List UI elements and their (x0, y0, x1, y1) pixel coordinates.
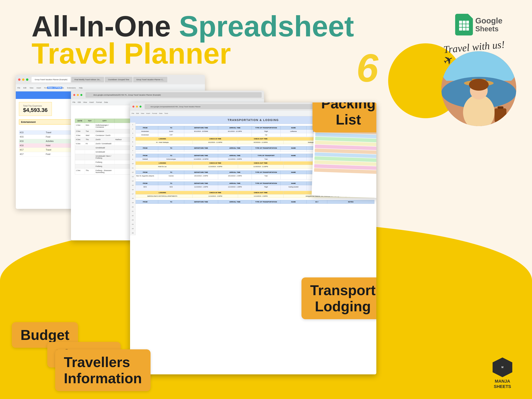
t-insert[interactable]: Insert (146, 113, 150, 114)
url-bar[interactable]: docs.google.com/spreadsheets/d/1Y60-76..… (86, 92, 262, 98)
cell: BCN (132, 185, 158, 190)
cell: 11/14/2019 - 1:30PM (184, 185, 218, 190)
th-name: NAME (281, 182, 307, 185)
cell: 4/15 (19, 136, 45, 138)
tab-1[interactable]: Group Travel Vacation Planner (Example) (32, 77, 70, 82)
itin-insert[interactable]: Insert (89, 101, 94, 103)
transport-sheet: docs.google.com/spreadsheets/d/1Y60...Gr… (130, 102, 376, 374)
cell: 8/11/2019 - 12:15PM (218, 130, 252, 133)
cell: BARCELONA'S HISTORICAL APARTMENTS (132, 195, 193, 198)
th-type: TYPE OF TRANSPORTATION (252, 200, 280, 203)
cell: 8/15/2019 - 11:00PM (238, 141, 283, 144)
finances-total-box: Total Trip Expenses $4,593.36 (19, 102, 52, 116)
col-r2: Rider 2 (47, 87, 56, 89)
cell: Flight (252, 130, 280, 133)
th-type: TYPE OF TRANSPORTATION (252, 182, 280, 185)
cell (281, 174, 307, 179)
tab-2[interactable]: Final Weekly Travel Advisor: Do... (71, 77, 104, 82)
svg-rect-10 (498, 106, 503, 109)
toolbar-view[interactable]: View (30, 87, 33, 89)
lodging-th-1: LODGING (132, 137, 193, 140)
label-packing: Packing List (312, 102, 376, 133)
travellers-label-line1: Travellers (64, 354, 130, 370)
th-dep: DEPARTURE TIME (184, 200, 218, 203)
th-arr: ARRIVAL TIME (218, 200, 252, 203)
th-arr: ARRIVAL TIME (218, 171, 252, 174)
cell: Hi - Hotel Seldwyla (132, 141, 193, 144)
th-to: TO (158, 126, 184, 129)
tab-4[interactable]: Group Travel Vacation Planner: C... (133, 77, 167, 82)
browser-tabs: Group Travel Vacation Planner (Example) … (32, 77, 167, 82)
tr-header-6: FROM TO DEPARTURE TIME ARRIVAL TIME TYPE… (132, 200, 374, 204)
th-arr: ARRIVAL TIME (218, 154, 252, 157)
cell: 11/14/2019 - 4:00PM (193, 165, 238, 168)
tab-3[interactable]: Countdown: Grouped Time (105, 77, 133, 82)
cell (252, 150, 280, 152)
t-format[interactable]: Format (152, 113, 157, 114)
th-arr: ARRIVAL TIME (218, 182, 252, 185)
t-edit[interactable]: Edit (136, 113, 139, 114)
cell: Travel (45, 131, 71, 133)
total-amount: $4,593.36 (23, 107, 48, 113)
cell: Hotel (45, 145, 71, 147)
itin-data[interactable]: Data (104, 101, 108, 103)
th-from: FROM (132, 146, 158, 150)
th-type: TYPE OF TRANSPORTATION (252, 171, 280, 174)
cell: 11/15/2019 - 11:00PM (238, 165, 283, 168)
google-label: Google (475, 16, 502, 25)
close-btn (18, 78, 20, 81)
toolbar-help[interactable]: Help (79, 87, 82, 89)
t-tools[interactable]: Tools (164, 113, 168, 114)
th-dep: DEPARTURE TIME (184, 154, 218, 157)
cell: Travel (45, 149, 71, 151)
packing-label-line1: Packing (321, 102, 376, 111)
minimize-btn (22, 78, 25, 81)
th-from: FROM (132, 200, 158, 203)
col-date: DATE (75, 119, 85, 123)
toolbar-edit[interactable]: Edit (23, 87, 27, 89)
t-data[interactable]: Data (159, 113, 162, 114)
t-file[interactable]: File (132, 113, 134, 114)
lodging-th-1: LODGING (132, 191, 193, 194)
th-id: ID # (307, 200, 328, 203)
toolbar-insert[interactable]: Insert (37, 87, 41, 89)
toolbar-extensions[interactable]: Extensions (67, 87, 76, 89)
lodging-th-3: CHECK-OUT TIME (238, 161, 283, 165)
cell: Food (45, 153, 71, 155)
th-notes: NOTES (327, 200, 374, 203)
itin-view[interactable]: View (83, 101, 87, 103)
label-travellers: Travellers Information (55, 349, 151, 391)
min-dot (136, 106, 138, 108)
th-dep: DEPARTURE TIME (184, 171, 218, 174)
th-to: TO (158, 182, 184, 185)
cell (281, 158, 307, 161)
watermark-line2: SHEETS (494, 384, 511, 389)
cell: 11/14/2019 - 3:00PM (218, 158, 252, 161)
google-sheets-icon (455, 14, 473, 35)
travellers-label-line2: Information (64, 370, 142, 386)
th-dep: DEPARTURE TIME (184, 146, 218, 150)
th-to: TO (158, 146, 184, 150)
max-dot (139, 106, 141, 108)
close-dot (133, 106, 134, 108)
cell (158, 150, 184, 152)
sheets-grid-icon (459, 21, 469, 31)
th-arr: ARRIVAL TIME (218, 146, 252, 150)
itin-format[interactable]: Format (96, 101, 102, 103)
cell: NCE (158, 185, 184, 190)
itin-file[interactable]: File (72, 101, 76, 103)
lodging-th-2: CHECK-IN TIME (193, 191, 238, 194)
finances-browser-bar: Group Travel Vacation Planner (Example) … (16, 75, 205, 84)
itin-edit[interactable]: Edit (78, 101, 81, 103)
th-from: FROM (132, 126, 158, 129)
cell (184, 133, 218, 137)
th-name: NAME (281, 200, 307, 203)
t-view[interactable]: View (141, 113, 144, 114)
cell: 4/15 (19, 131, 45, 133)
lodging-th-2: CHECK-IN TIME (193, 137, 238, 140)
th-arr: ARRIVAL TIME (218, 126, 252, 129)
toolbar-file[interactable]: File (17, 87, 20, 89)
lodging-th-3: CHECK-OUT TIME (238, 137, 283, 140)
th-to: TO (158, 200, 184, 203)
header-line2: Travel Planner (32, 39, 354, 68)
